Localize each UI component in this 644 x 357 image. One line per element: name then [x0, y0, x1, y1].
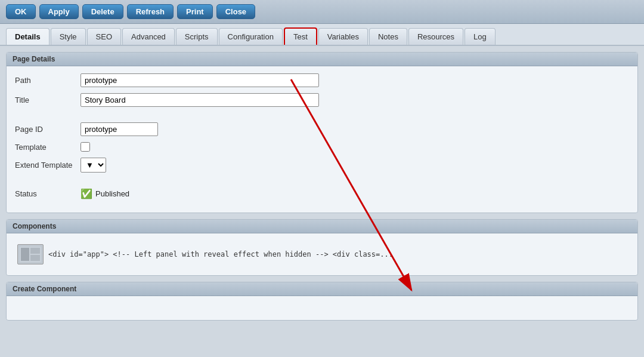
tab-notes[interactable]: Notes [369, 28, 407, 45]
template-row: Template [15, 142, 629, 152]
page-details-panel: Page Details Path Title Page ID Template… [6, 52, 638, 213]
template-label: Template [15, 143, 80, 152]
svg-rect-2 [30, 248, 40, 254]
pageid-label: Page ID [15, 125, 80, 134]
refresh-button[interactable]: Refresh [127, 4, 174, 19]
components-body: <div id="app"> <!-- Left panel with reve… [7, 233, 637, 275]
tab-advanced[interactable]: Advanced [122, 28, 175, 45]
tab-variables[interactable]: Variables [318, 28, 368, 45]
template-checkbox[interactable] [80, 142, 90, 152]
create-component-header: Create Component [7, 282, 637, 296]
title-input[interactable] [80, 93, 319, 107]
apply-button[interactable]: Apply [39, 4, 79, 19]
svg-rect-3 [30, 255, 40, 261]
extend-template-row: Extend Template ▼ [15, 158, 629, 173]
status-label: Status [15, 189, 80, 198]
tab-scripts[interactable]: Scripts [176, 28, 218, 45]
ok-button[interactable]: OK [6, 4, 36, 19]
path-input[interactable] [80, 73, 319, 87]
tab-log[interactable]: Log [465, 28, 496, 45]
tab-seo[interactable]: SEO [87, 28, 121, 45]
components-panel: Components <div id="app"> <!-- Left pane… [6, 219, 638, 276]
components-header: Components [7, 220, 637, 233]
tab-configuration[interactable]: Configuration [219, 28, 283, 45]
close-button[interactable]: Close [216, 4, 255, 19]
component-thumbnail [17, 244, 44, 264]
tab-test[interactable]: Test [284, 27, 317, 45]
delete-button[interactable]: Delete [82, 4, 123, 19]
status-row: Status ✅ Published [15, 188, 629, 199]
path-label: Path [15, 76, 80, 85]
pageid-input[interactable] [80, 122, 158, 136]
status-icon: ✅ [80, 188, 92, 199]
tab-style[interactable]: Style [51, 28, 86, 45]
page-details-header: Page Details [7, 53, 637, 66]
title-row: Title [15, 93, 629, 107]
create-component-panel: Create Component [6, 282, 638, 321]
extend-template-select[interactable]: ▼ [80, 158, 106, 173]
toolbar: OK Apply Delete Refresh Print Close [0, 0, 644, 24]
extend-template-label: Extend Template [15, 161, 80, 170]
status-text: Published [95, 189, 129, 198]
path-row: Path [15, 73, 629, 87]
pageid-row: Page ID [15, 122, 629, 136]
print-button[interactable]: Print [177, 4, 213, 19]
create-component-body [7, 296, 637, 320]
title-label: Title [15, 96, 80, 104]
tabs-bar: Details Style SEO Advanced Scripts Confi… [0, 24, 644, 46]
svg-rect-1 [21, 248, 29, 261]
component-code-text: <div id="app"> <!-- Left panel with reve… [48, 250, 393, 258]
component-row: <div id="app"> <!-- Left panel with reve… [15, 241, 629, 268]
tab-details[interactable]: Details [6, 28, 49, 45]
tab-resources[interactable]: Resources [408, 28, 463, 45]
main-content: Page Details Path Title Page ID Template… [0, 46, 644, 333]
page-details-body: Path Title Page ID Template Extend Templ… [7, 66, 637, 213]
